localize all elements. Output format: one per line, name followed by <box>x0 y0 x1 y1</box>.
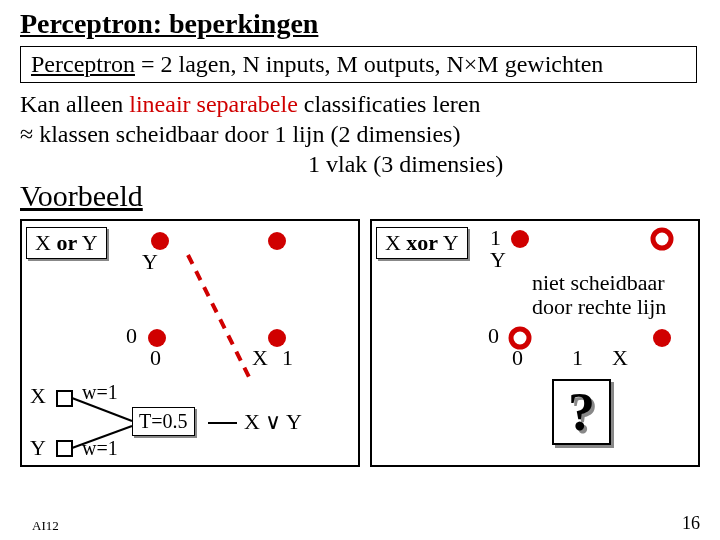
xor-note: niet scheidbaar door rechte lijn <box>532 271 666 319</box>
or-output-label: X ∨ Y <box>244 409 302 435</box>
dot-icon <box>268 232 286 250</box>
input-node-icon <box>57 391 72 406</box>
separator-line-icon <box>188 255 252 383</box>
dot-icon <box>653 329 671 347</box>
or-y-input-label: Y <box>30 435 46 461</box>
body-l1-red: lineair separabele <box>129 91 298 117</box>
formula-subject: Perceptron <box>31 51 135 77</box>
or-w2: w=1 <box>82 437 118 460</box>
body-l2: ≈ klassen scheidbaar door 1 lijn (2 dime… <box>20 119 700 149</box>
xor-zero-x: 0 <box>512 345 523 371</box>
body-l3: 1 vlak (3 dimensies) <box>20 149 700 179</box>
diagram-or: X or Y Y 0 0 X <box>20 219 360 467</box>
diagrams-row: X or Y Y 0 0 X <box>20 219 700 467</box>
or-x-input-label: X <box>30 383 46 409</box>
or-threshold-box: T=0.5 <box>132 407 195 436</box>
body-l1-post: classificaties leren <box>298 91 481 117</box>
xor-y-axis: Y <box>490 247 506 273</box>
input-node-icon <box>57 441 72 456</box>
or-zero-y: 0 <box>126 323 137 349</box>
dot-icon <box>511 230 529 248</box>
hollow-dot-icon <box>653 230 671 248</box>
xor-zero-y: 0 <box>488 323 499 349</box>
body-l1-pre: Kan alleen <box>20 91 129 117</box>
dot-icon <box>151 232 169 250</box>
body-text: Kan alleen lineair separabele classifica… <box>20 89 700 179</box>
footer-code: AI12 <box>32 518 59 534</box>
footer-page-number: 16 <box>682 513 700 534</box>
xor-note-line1: niet scheidbaar <box>532 271 666 295</box>
or-y-axis: Y <box>142 249 158 275</box>
formula-rest: = 2 lagen, N inputs, M outputs, N×M gewi… <box>135 51 603 77</box>
formula-box: Perceptron = 2 lagen, N inputs, M output… <box>20 46 697 83</box>
diagram-xor: X xor Y 1 Y niet scheidbaar door rechte … <box>370 219 700 467</box>
voorbeeld-heading: Voorbeeld <box>20 179 700 213</box>
xor-x-axis: X <box>612 345 628 371</box>
xor-note-line2: door rechte lijn <box>532 295 666 319</box>
or-w1: w=1 <box>82 381 118 404</box>
xor-one-x: 1 <box>572 345 583 371</box>
page-title: Perceptron: beperkingen <box>20 8 700 40</box>
or-x-axis: X <box>252 345 268 371</box>
question-mark-icon: ? <box>552 379 611 445</box>
or-one: 1 <box>282 345 293 371</box>
xor-svg <box>372 221 702 465</box>
or-zero-x: 0 <box>150 345 161 371</box>
